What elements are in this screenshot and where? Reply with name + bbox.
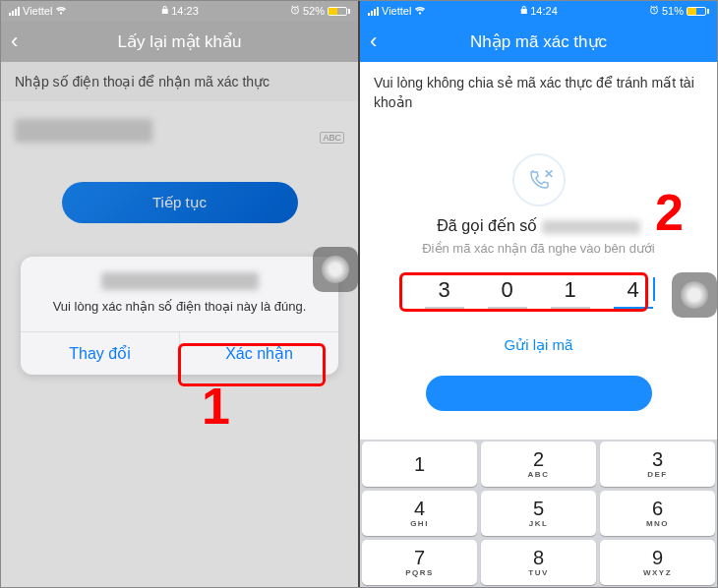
confirm-dialog: Vui lòng xác nhận số điện thoại này là đ… — [21, 257, 338, 375]
nav-bar: ‹ Nhập mã xác thực — [360, 21, 717, 62]
back-button[interactable]: ‹ — [11, 29, 18, 54]
code-digit-4[interactable]: 4 — [614, 277, 653, 309]
battery-pct: 51% — [662, 5, 684, 17]
instruction-text: Vui lòng không chia sẻ mã xác thực để tr… — [360, 62, 717, 124]
assistive-touch[interactable] — [672, 272, 717, 318]
key-2[interactable]: 2ABC — [481, 441, 596, 487]
key-1[interactable]: 1 — [362, 441, 477, 487]
step-number-1: 1 — [202, 377, 230, 436]
alarm-icon — [649, 5, 659, 17]
time-label: 14:23 — [171, 5, 199, 17]
status-bar: Viettel 14:23 52% — [1, 1, 358, 21]
resend-link[interactable]: Gửi lại mã — [360, 336, 717, 354]
enter-code-text: Điền mã xác nhận đã nghe vào bên dưới — [360, 241, 717, 256]
battery-icon — [687, 7, 709, 16]
time-label: 14:24 — [530, 5, 558, 17]
change-button[interactable]: Thay đổi — [21, 332, 180, 375]
key-7[interactable]: 7PQRS — [362, 540, 477, 585]
missed-call-icon: ✕ — [512, 153, 566, 206]
numeric-keypad: 1 2ABC 3DEF 4GHI 5JKL 6MNO 7PQRS 8TUV 9W… — [360, 440, 717, 587]
confirm-button[interactable]: Xác nhận — [180, 332, 338, 375]
assistive-touch[interactable] — [313, 247, 358, 292]
carrier-label: Viettel — [382, 5, 411, 17]
status-bar: Viettel 14:24 51% — [360, 1, 717, 21]
wifi-icon — [414, 5, 426, 17]
signal-icon — [9, 7, 20, 16]
code-digit-1[interactable]: 3 — [425, 277, 464, 309]
nav-title: Lấy lại mật khẩu — [118, 31, 242, 52]
battery-pct: 52% — [303, 5, 325, 17]
instruction-text: Nhập số điện thoại để nhận mã xác thực — [1, 62, 358, 101]
lock-icon — [519, 5, 527, 17]
signal-icon — [368, 7, 379, 16]
code-digit-3[interactable]: 1 — [551, 277, 590, 309]
dialog-phone-blurred — [101, 272, 259, 290]
screenshot-step-2: Viettel 14:24 51% ‹ Nhập mã xác — [360, 1, 717, 587]
code-input-group[interactable]: 3 0 1 4 — [360, 273, 717, 315]
abc-indicator: ABC — [320, 132, 344, 144]
phone-input-blurred[interactable] — [15, 119, 152, 143]
nav-title: Nhập mã xác thực — [470, 31, 607, 52]
lock-icon — [160, 5, 168, 17]
key-3[interactable]: 3DEF — [600, 441, 715, 487]
key-8[interactable]: 8TUV — [481, 540, 596, 585]
continue-button[interactable] — [426, 376, 652, 411]
back-button[interactable]: ‹ — [370, 29, 377, 54]
nav-bar: ‹ Lấy lại mật khẩu — [1, 21, 358, 62]
key-6[interactable]: 6MNO — [600, 491, 715, 536]
called-number-blurred — [542, 220, 640, 234]
key-4[interactable]: 4GHI — [362, 491, 477, 536]
carrier-label: Viettel — [23, 5, 52, 17]
continue-button[interactable]: Tiếp tục — [62, 182, 298, 223]
wifi-icon — [55, 5, 67, 17]
key-9[interactable]: 9WXYZ — [600, 540, 715, 585]
alarm-icon — [290, 5, 300, 17]
called-to-text: Đã gọi đến số — [360, 216, 717, 235]
code-digit-2[interactable]: 0 — [488, 277, 527, 309]
battery-icon — [328, 7, 350, 16]
dialog-message: Vui lòng xác nhận số điện thoại này là đ… — [21, 296, 338, 331]
screenshot-step-1: Viettel 14:23 52% ‹ Lấy lại mật — [1, 1, 360, 587]
key-5[interactable]: 5JKL — [481, 491, 596, 536]
